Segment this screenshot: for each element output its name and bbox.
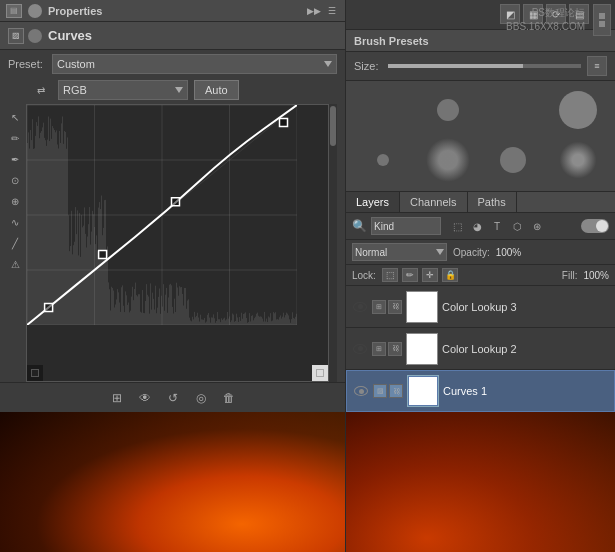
properties-icon1: ▤: [6, 4, 22, 18]
tool-warning[interactable]: ⚠: [6, 255, 24, 273]
eye-bottom-icon[interactable]: 👁: [136, 389, 154, 407]
properties-menu[interactable]: ☰: [325, 4, 339, 18]
layer-thumb-3: [407, 375, 439, 407]
brush-dot-2[interactable]: [559, 91, 597, 129]
eye-bottom2-icon[interactable]: ◎: [192, 389, 210, 407]
lock-draw-icon[interactable]: ✏: [402, 268, 418, 282]
fill-value: 100%: [583, 270, 609, 281]
brush-dot-5[interactable]: [500, 147, 526, 173]
brush-size-label: Size:: [354, 60, 382, 72]
filter-select[interactable]: Kind Name Effect Mode: [371, 217, 441, 235]
properties-controls: ▶▶ ☰: [307, 4, 339, 18]
layer-icons-2: ⊞ ⛓: [372, 342, 402, 356]
lock-move-icon[interactable]: ✛: [422, 268, 438, 282]
layers-mode-row: Normal Multiply Screen Overlay Opacity: …: [346, 240, 615, 265]
lock-pixels-icon[interactable]: ⬚: [382, 268, 398, 282]
channel-select[interactable]: RGB Red Green Blue: [58, 80, 188, 100]
tool-curve[interactable]: ∿: [6, 213, 24, 231]
watermark-line2: BBS.16XX8.COM: [506, 20, 585, 34]
curves-tools: ↖ ✏ ✒ ⊙ ⊕ ∿ ╱ ⚠: [4, 104, 26, 382]
right-bottom-image: [346, 412, 615, 552]
white-point[interactable]: [312, 365, 328, 381]
brush-size-row: Size: ≡: [346, 52, 615, 81]
fill-label: Fill:: [562, 270, 578, 281]
thumb-white-2: [408, 335, 436, 363]
layers-tabs: Layers Channels Paths: [346, 192, 615, 213]
curves-circle-icon: [28, 29, 42, 43]
layer-visibility-1[interactable]: [352, 302, 368, 312]
layers-panel: Layers Channels Paths 🔍 Kind Name Effect…: [346, 192, 615, 412]
blend-mode-select[interactable]: Normal Multiply Screen Overlay: [352, 243, 447, 261]
lock-label: Lock:: [352, 270, 376, 281]
tool-eye3[interactable]: ⊕: [6, 192, 24, 210]
side-icons: [593, 4, 611, 36]
brush-dot-1[interactable]: [437, 99, 459, 121]
curves-bottom-toolbar: ⊞ 👁 ↺ ◎ 🗑: [0, 382, 345, 412]
brush-dot-6-blur[interactable]: [558, 140, 598, 180]
brush-presets-title: Brush Presets: [354, 35, 429, 47]
tab-layers[interactable]: Layers: [346, 192, 400, 212]
right-panel: ◩ ▦ ⟳ ▤ PS数程论坛 BBS.16XX8.COM Brush Prese…: [345, 0, 615, 552]
add-point-icon[interactable]: ⊞: [108, 389, 126, 407]
curves-header: ▨ Curves: [0, 22, 345, 50]
filter-icon-smart[interactable]: ⊛: [529, 218, 545, 234]
preset-row: Preset: Custom Default Linear Contrast: [0, 50, 345, 78]
filter-icon-text[interactable]: T: [489, 218, 505, 234]
channel-icon: ⇄: [32, 81, 50, 99]
properties-collapse[interactable]: ▶▶: [307, 4, 321, 18]
tool-pencil[interactable]: ✏: [6, 129, 24, 147]
opacity-value: 100%: [496, 247, 522, 258]
layer-name-3: Curves 1: [443, 385, 608, 397]
tool-eye2[interactable]: ⊙: [6, 171, 24, 189]
auto-button[interactable]: Auto: [194, 80, 239, 100]
layer-link-icon-3: ⛓: [389, 384, 403, 398]
layer-link-icon-1: ⛓: [388, 300, 402, 314]
tool-curve2[interactable]: ╱: [6, 234, 24, 252]
black-point[interactable]: [27, 365, 43, 381]
opacity-label: Opacity:: [453, 247, 490, 258]
filter-icon-image[interactable]: ⬚: [449, 218, 465, 234]
layer-row[interactable]: ⊞ ⛓ Color Lookup 3: [346, 286, 615, 328]
tab-paths[interactable]: Paths: [468, 192, 517, 212]
curves-adj-icon: ▨: [8, 28, 24, 44]
layer-link-icon-2: ⛓: [388, 342, 402, 356]
watermark-line1: PS数程论坛: [506, 6, 585, 20]
reset-icon[interactable]: ↺: [164, 389, 182, 407]
eye-icon-3: [354, 386, 368, 396]
preset-select[interactable]: Custom Default Linear Contrast: [52, 54, 337, 74]
layer-visibility-2[interactable]: [352, 344, 368, 354]
curves-canvas[interactable]: [26, 104, 329, 382]
curves-area: ↖ ✏ ✒ ⊙ ⊕ ∿ ╱ ⚠: [0, 104, 345, 382]
delete-icon[interactable]: 🗑: [220, 389, 238, 407]
brush-dot-3[interactable]: [377, 154, 389, 166]
filter-toggle[interactable]: [581, 219, 609, 233]
filter-icon-adjustment[interactable]: ◕: [469, 218, 485, 234]
curves-scrollbar[interactable]: [329, 104, 337, 382]
filter-icons: ⬚ ◕ T ⬡ ⊛: [449, 218, 545, 234]
layer-row-active[interactable]: ▨ ⛓ Curves 1: [346, 370, 615, 412]
layers-lock-row: Lock: ⬚ ✏ ✛ 🔒 Fill: 100%: [346, 265, 615, 286]
tab-channels[interactable]: Channels: [400, 192, 467, 212]
curves-title: Curves: [48, 28, 92, 43]
brush-size-slider[interactable]: [388, 64, 581, 68]
filter-icon-shape[interactable]: ⬡: [509, 218, 525, 234]
brush-dot-4-blur[interactable]: [426, 138, 470, 182]
thumb-white-1: [408, 293, 436, 321]
scroll-thumb[interactable]: [330, 106, 336, 146]
layer-adj-icon-3: ▨: [373, 384, 387, 398]
watermark-area: ◩ ▦ ⟳ ▤ PS数程论坛 BBS.16XX8.COM: [346, 0, 615, 30]
tool-eyedropper[interactable]: ✒: [6, 150, 24, 168]
thumb-white-3: [409, 377, 437, 405]
brush-presets-panel: Brush Presets Size: ≡: [346, 30, 615, 192]
properties-icon2: [28, 4, 42, 18]
rgb-row: ⇄ RGB Red Green Blue Auto: [0, 78, 345, 104]
layer-icons-3: ▨ ⛓: [373, 384, 403, 398]
tool-pointer[interactable]: ↖: [6, 108, 24, 126]
brush-options-btn[interactable]: ≡: [587, 56, 607, 76]
layer-thumb-2: [406, 333, 438, 365]
layer-row[interactable]: ⊞ ⛓ Color Lookup 2: [346, 328, 615, 370]
lock-all-icon[interactable]: 🔒: [442, 268, 458, 282]
layer-visibility-3[interactable]: [353, 386, 369, 396]
layer-grid-icon-1: ⊞: [372, 300, 386, 314]
fire-overlay: [0, 412, 345, 552]
